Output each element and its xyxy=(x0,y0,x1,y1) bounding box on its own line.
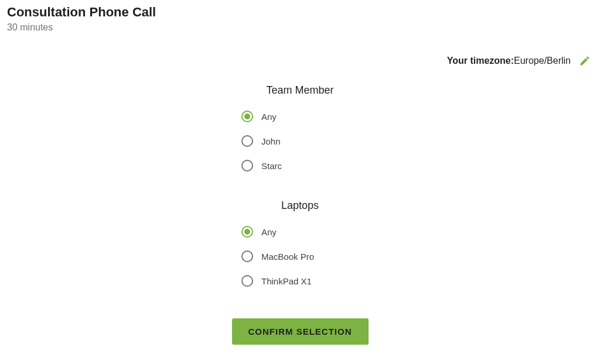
radio-label: Any xyxy=(261,227,277,237)
radio-item-macbook-pro[interactable]: MacBook Pro xyxy=(241,250,359,262)
team-member-group: Team Member Any John Starc xyxy=(241,84,359,171)
radio-label: MacBook Pro xyxy=(261,252,314,262)
radio-button-icon xyxy=(241,135,253,147)
radio-button-icon xyxy=(241,250,253,262)
duration-text: 30 minutes xyxy=(7,22,593,33)
radio-label: Starc xyxy=(261,161,282,171)
radio-item-thinkpad-x1[interactable]: ThinkPad X1 xyxy=(241,275,359,287)
radio-label: John xyxy=(261,136,281,146)
confirm-selection-button[interactable]: CONFIRM SELECTION xyxy=(232,318,369,345)
page-title: Consultation Phone Call xyxy=(7,5,593,20)
radio-label: Any xyxy=(261,112,277,122)
group-heading-team-member: Team Member xyxy=(241,84,359,97)
timezone-label: Your timezone: xyxy=(447,56,514,66)
team-member-radio-list: Any John Starc xyxy=(241,111,359,171)
radio-item-john[interactable]: John xyxy=(241,135,359,147)
radio-button-icon xyxy=(241,111,253,122)
timezone-row: Your timezone: Europe/Berlin xyxy=(7,55,593,67)
timezone-value: Europe/Berlin xyxy=(514,56,571,66)
radio-item-starc[interactable]: Starc xyxy=(241,160,359,171)
laptops-radio-list: Any MacBook Pro ThinkPad X1 xyxy=(241,226,359,287)
group-heading-laptops: Laptops xyxy=(241,200,359,212)
radio-item-any[interactable]: Any xyxy=(241,111,359,122)
radio-button-icon xyxy=(241,226,253,238)
radio-label: ThinkPad X1 xyxy=(261,276,312,286)
radio-item-any[interactable]: Any xyxy=(241,226,359,238)
radio-button-icon xyxy=(241,275,253,287)
pencil-icon[interactable] xyxy=(579,55,591,67)
laptops-group: Laptops Any MacBook Pro ThinkPad X1 xyxy=(241,200,359,287)
content-area: Team Member Any John Starc Laptops Any xyxy=(7,84,593,345)
radio-button-icon xyxy=(241,160,253,171)
